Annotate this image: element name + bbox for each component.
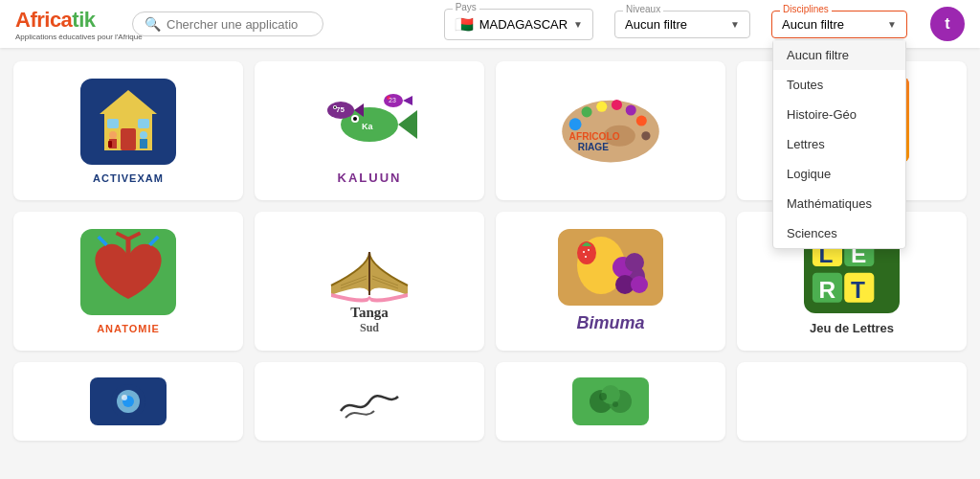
svg-point-63 [588, 249, 590, 251]
discipline-item-lettres[interactable]: Lettres [773, 129, 905, 159]
svg-marker-21 [403, 96, 412, 105]
svg-text:Ka: Ka [362, 122, 373, 131]
row3-icon-2 [331, 377, 408, 425]
svg-point-80 [599, 393, 607, 400]
bimuma-label: Bimuma [576, 313, 644, 333]
svg-line-47 [128, 233, 141, 239]
activexam-label: ACTIVEXAM [93, 172, 164, 184]
jeu-de-lettres-label: Jeu de Lettres [810, 321, 894, 335]
logo-tik-text: tik [72, 8, 95, 33]
svg-point-7 [140, 131, 147, 139]
app-card-activexam[interactable]: ACTIVEXAM [13, 61, 243, 200]
app-card-tanga[interactable]: Tanga Sud [255, 212, 484, 351]
svg-marker-0 [100, 90, 157, 114]
niveaux-label: Niveaux [623, 4, 663, 14]
svg-point-13 [353, 117, 357, 121]
activexam-icon [80, 79, 176, 165]
pays-filter[interactable]: Pays 🇲🇬 MADAGASCAR ▼ [444, 9, 593, 40]
discipline-item-histoire[interactable]: Histoire-Géo [773, 100, 905, 129]
svg-point-26 [569, 118, 582, 130]
disciplines-filter[interactable]: Disciplines Aucun filtre ▼ Aucun filtre … [771, 11, 907, 38]
app-card-row3-4[interactable] [737, 362, 967, 441]
kaluun-icon: Ka 75 23 [312, 77, 427, 163]
svg-text:23: 23 [389, 97, 396, 103]
svg-point-31 [636, 116, 647, 126]
svg-point-32 [641, 131, 650, 140]
svg-rect-4 [138, 119, 149, 128]
svg-text:75: 75 [336, 105, 345, 114]
discipline-item-toutes[interactable]: Toutes [773, 70, 905, 100]
app-card-anatomie[interactable]: ANATOMIE [13, 212, 243, 351]
app-card-row3-1[interactable] [13, 362, 243, 441]
search-box[interactable]: 🔍 [132, 11, 323, 36]
logo-subtitle: Applications éducatives pour l'Afrique [15, 33, 143, 41]
svg-text:RIAGE: RIAGE [578, 142, 609, 152]
africoloriage-icon: AFRICOLO RIAGE [553, 84, 668, 171]
logo-africa-text: Africa [15, 8, 72, 33]
svg-point-64 [585, 256, 587, 258]
svg-point-58 [625, 253, 644, 272]
tanga-label: Tanga Sud [350, 305, 388, 335]
svg-point-76 [122, 395, 127, 400]
disciplines-dropdown: Aucun filtre Toutes Histoire-Géo Lettres… [772, 39, 906, 249]
svg-text:R: R [819, 277, 836, 303]
svg-point-27 [582, 106, 592, 117]
svg-rect-8 [140, 139, 147, 148]
niveaux-value: Aucun filtre [625, 17, 687, 32]
bimuma-icon [558, 229, 663, 306]
discipline-item-logique[interactable]: Logique [773, 159, 905, 189]
pays-label: Pays [453, 2, 479, 12]
svg-point-5 [109, 131, 117, 139]
logo: Africatik Applications éducatives pour l… [15, 8, 121, 41]
svg-point-29 [612, 100, 622, 110]
svg-line-46 [117, 233, 129, 239]
svg-point-30 [626, 104, 636, 115]
svg-point-81 [612, 401, 618, 407]
svg-point-60 [631, 276, 648, 293]
discipline-item-maths[interactable]: Mathématiques [773, 189, 905, 218]
disciplines-label: Disciplines [780, 4, 832, 14]
app-card-row3-2[interactable] [255, 362, 484, 441]
anatomie-label: ANATOMIE [97, 323, 160, 334]
anatomie-icon [80, 229, 176, 315]
app-card-bimuma[interactable]: Bimuma [496, 212, 725, 351]
svg-rect-3 [107, 119, 119, 128]
disciplines-value: Aucun filtre [782, 17, 844, 32]
svg-point-28 [596, 102, 607, 112]
search-input[interactable] [167, 17, 301, 32]
disciplines-chevron-icon: ▼ [887, 19, 897, 30]
app-card-kaluun[interactable]: Ka 75 23 KALUUN [255, 61, 484, 200]
svg-marker-11 [398, 110, 417, 139]
discipline-item-aucun[interactable]: Aucun filtre [773, 40, 905, 70]
tanga-icon [317, 228, 422, 305]
app-card-row3-3[interactable] [496, 362, 725, 441]
header: Africatik Applications éducatives pour l… [0, 0, 980, 48]
app-card-africoloriage[interactable]: AFRICOLO RIAGE [496, 61, 725, 200]
svg-line-49 [150, 237, 159, 245]
row3-icon-3 [572, 377, 649, 425]
niveaux-filter[interactable]: Niveaux Aucun filtre ▼ [614, 11, 750, 38]
svg-point-62 [583, 251, 585, 253]
niveaux-select[interactable]: Aucun filtre ▼ [615, 11, 749, 37]
disciplines-select[interactable]: Aucun filtre ▼ [772, 11, 906, 37]
svg-text:AFRICOLO: AFRICOLO [569, 131, 620, 142]
niveaux-chevron-icon: ▼ [730, 19, 740, 30]
search-icon: 🔍 [145, 16, 161, 32]
avatar[interactable]: t [930, 7, 965, 41]
pays-value: MADAGASCAR [479, 17, 568, 32]
pays-select[interactable]: 🇲🇬 MADAGASCAR ▼ [445, 10, 592, 39]
kaluun-label: KALUUN [338, 171, 402, 185]
svg-rect-2 [121, 128, 136, 150]
svg-rect-9 [108, 141, 112, 148]
svg-text:T: T [851, 277, 865, 303]
discipline-item-sciences[interactable]: Sciences [773, 218, 905, 248]
row3-icon-1 [90, 377, 167, 425]
svg-line-48 [99, 237, 107, 245]
pays-flag: 🇲🇬 [455, 15, 474, 34]
pays-chevron-icon: ▼ [573, 19, 583, 30]
